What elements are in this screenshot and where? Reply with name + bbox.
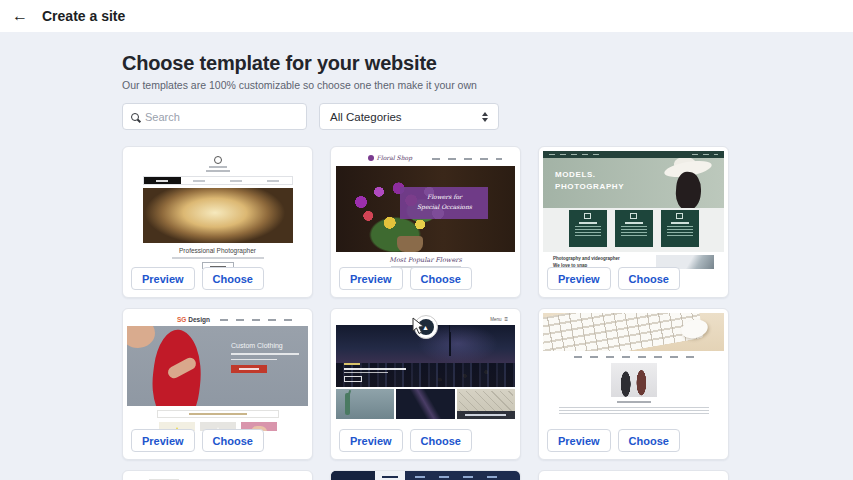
template-headline: Custom Clothing — [231, 342, 299, 349]
mini-navbar — [432, 158, 502, 160]
brand-accent: SG — [177, 316, 186, 323]
feature-title-bar — [625, 222, 643, 224]
search-input[interactable] — [145, 111, 298, 123]
preview-button[interactable]: Preview — [339, 267, 403, 290]
template-card-partial-navy[interactable] — [330, 470, 521, 480]
content-area: Choose template for your website Our tem… — [0, 52, 853, 480]
brand-rest: Design — [186, 316, 209, 323]
card-actions: Preview Choose — [539, 267, 680, 297]
mini-header: Menu ≡ ▲ — [335, 313, 516, 325]
hamburger-icon: ≡ — [504, 316, 508, 322]
template-card-keyboard-minimal[interactable]: Preview Choose — [538, 308, 729, 460]
brand-name: SG Design — [177, 316, 210, 323]
template-thumbnail-city-travel: Menu ≡ ▲ — [335, 313, 516, 431]
mini-nav-item — [255, 177, 292, 184]
template-thumbnail-models-photography: MODELS. PHOTOGRAPHY — [543, 151, 724, 269]
mini-navbar — [574, 356, 694, 358]
choose-button[interactable]: Choose — [202, 267, 264, 290]
sepia-field-photo — [143, 188, 293, 243]
search-icon — [131, 113, 139, 121]
card-actions: Preview Choose — [123, 429, 264, 459]
gallery-thumbnails — [336, 389, 515, 419]
body-section — [543, 351, 724, 414]
template-grid: Professional Photographer Preview Choose… — [122, 146, 853, 480]
preview-button[interactable]: Preview — [131, 267, 195, 290]
mini-outline-button — [344, 376, 362, 382]
header-logo-block — [331, 471, 375, 480]
preview-button[interactable]: Preview — [339, 429, 403, 452]
hero-text-block — [344, 363, 406, 383]
skyscraper-antenna-shape — [449, 332, 451, 356]
photo-icon — [630, 213, 637, 219]
preview-button[interactable]: Preview — [547, 429, 611, 452]
template-thumbnail-keyboard-minimal — [543, 313, 724, 431]
tag-bar — [344, 363, 360, 365]
mini-navy-header — [331, 471, 520, 480]
logo-text-bar — [206, 170, 230, 172]
choose-button[interactable]: Choose — [202, 429, 264, 452]
nav-links-bar — [692, 154, 718, 156]
mini-menu: Menu ≡ — [490, 316, 508, 322]
floral-brand: Floral Shop — [368, 154, 412, 161]
category-dropdown-value: All Categories — [330, 111, 402, 123]
headline-line1: MODELS. — [555, 169, 624, 181]
section-heading: Choose template for your website — [122, 52, 853, 75]
category-dropdown[interactable]: All Categories — [319, 103, 499, 130]
template-card-partial-tabs[interactable] — [122, 470, 313, 480]
mini-nav-item — [181, 177, 218, 184]
choose-button[interactable]: Choose — [618, 429, 680, 452]
mini-navbar — [220, 319, 298, 321]
section-title-strip — [157, 410, 279, 418]
card-actions: Preview Choose — [331, 429, 472, 459]
card-actions: Preview Choose — [331, 267, 472, 297]
overlay-line2: Special Occasions — [400, 202, 488, 212]
camera-logo-icon — [214, 156, 222, 164]
flower-logo-icon — [368, 155, 374, 161]
choose-button[interactable]: Choose — [410, 267, 472, 290]
paragraph-bars — [559, 406, 709, 414]
choose-button[interactable]: Choose — [618, 267, 680, 290]
preview-button[interactable]: Preview — [131, 429, 195, 452]
topbar: ← Create a site — [0, 0, 853, 32]
template-card-floral-shop[interactable]: Floral Shop Flowers for Special Occasion… — [330, 146, 521, 298]
night-sky-image — [396, 389, 454, 419]
hero-text-block: Custom Clothing — [231, 342, 299, 373]
choose-button[interactable]: Choose — [410, 429, 472, 452]
template-card-sg-design[interactable]: SG Design Custom Clothing — [122, 308, 313, 460]
feature-text-bars — [667, 226, 693, 236]
section-subheading: Our templates are 100% customizable so c… — [122, 79, 853, 91]
overlay-line1: Flowers for — [400, 192, 488, 202]
search-box[interactable] — [122, 103, 307, 130]
model-hair-shape — [675, 171, 703, 208]
headline-line2: PHOTOGRAPHY — [555, 181, 624, 193]
logo-text-bar — [209, 166, 227, 168]
button-text-bar — [239, 368, 259, 370]
hero-section: Custom Clothing — [127, 326, 308, 406]
chevron-down-icon — [482, 118, 488, 122]
feature-text-bars — [621, 226, 647, 236]
mini-navbar — [143, 176, 293, 185]
nav-text-bar — [382, 476, 398, 478]
back-arrow-icon[interactable]: ← — [12, 7, 36, 25]
tulip-bouquet-photo: Flowers for Special Occasions — [336, 166, 515, 252]
vase-shape — [397, 236, 423, 252]
template-card-city-travel[interactable]: Menu ≡ ▲ — [330, 308, 521, 460]
office-people-photo — [611, 363, 657, 397]
mini-nav-item-active — [375, 471, 405, 480]
brand-name: Floral Shop — [377, 154, 412, 161]
mini-header: Floral Shop — [335, 151, 516, 166]
template-card-photographer[interactable]: Professional Photographer Preview Choose — [122, 146, 313, 298]
template-thumbnail-partial-kpc: KPC — [543, 475, 724, 480]
model-shoulder-shape — [127, 326, 155, 348]
template-thumbnail-photographer: Professional Photographer — [127, 151, 308, 269]
mini-header: SG Design — [127, 313, 308, 326]
template-card-models-photography[interactable]: MODELS. PHOTOGRAPHY — [538, 146, 729, 298]
hero-text-bar — [231, 353, 299, 355]
preview-button[interactable]: Preview — [547, 267, 611, 290]
map-image — [457, 389, 515, 419]
template-card-partial-kpc[interactable]: KPC — [538, 470, 729, 480]
purple-overlay-banner: Flowers for Special Occasions — [400, 187, 488, 219]
desk-banner-photo — [543, 313, 724, 351]
feature-card — [661, 210, 699, 247]
statue-shape — [345, 393, 350, 415]
